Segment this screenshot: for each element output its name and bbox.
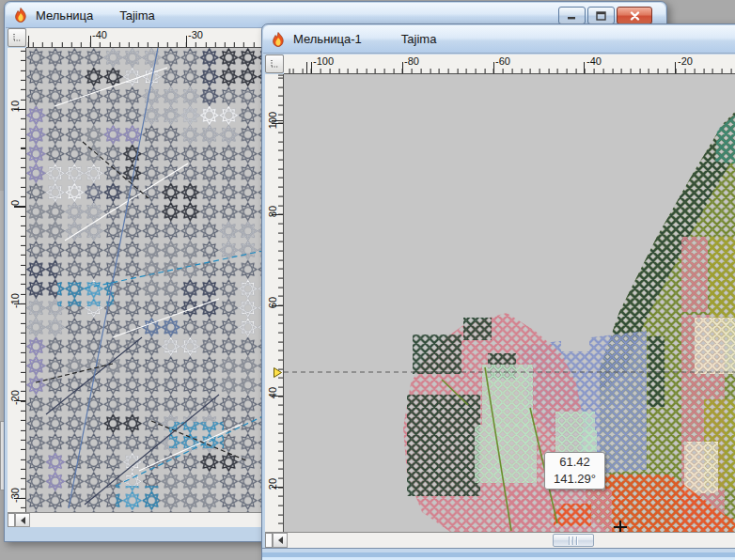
flame-icon xyxy=(13,8,28,23)
ruler-tick-label: -20 xyxy=(9,388,21,407)
vertical-ruler[interactable]: 10 0 -10 -20 -30 xyxy=(8,48,26,512)
ruler-origin-icon xyxy=(269,58,280,70)
scrollbar-track[interactable] xyxy=(288,533,735,548)
ruler-tick-label: -10 xyxy=(9,291,21,310)
menu-item-tajima[interactable]: Tajima xyxy=(401,32,437,46)
ruler-tick-label: -30 xyxy=(9,486,21,505)
scroll-left-button[interactable] xyxy=(15,513,30,527)
close-icon xyxy=(630,11,640,21)
ruler-tick-label: -20 xyxy=(678,55,693,67)
front-window: Мельница-1 Tajima -100 -80 -60 -40 -20 1… xyxy=(261,23,735,560)
menu-item-tajima[interactable]: Tajima xyxy=(119,8,155,23)
ruler-origin-button[interactable] xyxy=(8,28,26,47)
pane-splitter[interactable] xyxy=(8,513,15,527)
ruler-tick-label: 0 xyxy=(9,194,21,212)
ruler-tick-label: -40 xyxy=(586,55,602,67)
ruler-tick-label: -40 xyxy=(92,29,107,40)
ruler-origin-button[interactable] xyxy=(265,54,284,73)
arrow-left-icon xyxy=(278,537,283,544)
window-controls xyxy=(558,7,652,24)
window-bottom-frame xyxy=(262,548,735,560)
horizontal-ruler[interactable]: -100 -80 -60 -40 -20 xyxy=(284,54,735,74)
maximize-button[interactable] xyxy=(587,7,615,24)
flame-icon xyxy=(271,32,286,47)
maximize-icon xyxy=(596,11,606,21)
front-pattern-canvas[interactable] xyxy=(284,74,735,532)
ruler-tick-label: -100 xyxy=(313,55,334,67)
front-window-titlebar[interactable]: Мельница-1 Tajima xyxy=(263,25,735,54)
window-title: Мельница xyxy=(36,8,93,23)
ruler-tick-label: 20 xyxy=(267,474,278,493)
ruler-tick-label: 40 xyxy=(267,383,278,402)
measurement-tooltip: 61.42 141.29° xyxy=(544,452,605,490)
pane-splitter[interactable] xyxy=(265,533,273,548)
scrollbar-thumb[interactable] xyxy=(553,534,594,547)
arrow-left-icon xyxy=(21,517,25,524)
minimize-icon xyxy=(567,11,577,20)
desktop: Мельница Tajima xyxy=(0,0,735,560)
window-title: Мельница-1 xyxy=(293,32,362,46)
tooltip-angle: 141.29° xyxy=(545,471,604,488)
ruler-tick-label: -60 xyxy=(495,55,510,67)
ruler-tick-label: 10 xyxy=(9,97,21,116)
ruler-tick-label: -30 xyxy=(188,29,203,40)
ruler-tick-label: 100 xyxy=(267,111,278,130)
scroll-left-button[interactable] xyxy=(273,533,288,548)
minimize-button[interactable] xyxy=(558,7,586,24)
close-button[interactable] xyxy=(617,7,652,24)
scrollbar-grip xyxy=(569,537,579,545)
ruler-tick-label: 80 xyxy=(267,202,278,221)
ruler-tick-label: 60 xyxy=(267,293,278,312)
horizontal-scrollbar[interactable] xyxy=(265,532,735,548)
ruler-tick-label: -80 xyxy=(404,55,419,67)
tooltip-length: 61.42 xyxy=(545,454,604,471)
guide-marker-icon[interactable] xyxy=(274,367,282,378)
ruler-origin-icon xyxy=(11,32,23,43)
vertical-ruler[interactable]: 100 80 60 40 20 xyxy=(265,74,284,532)
